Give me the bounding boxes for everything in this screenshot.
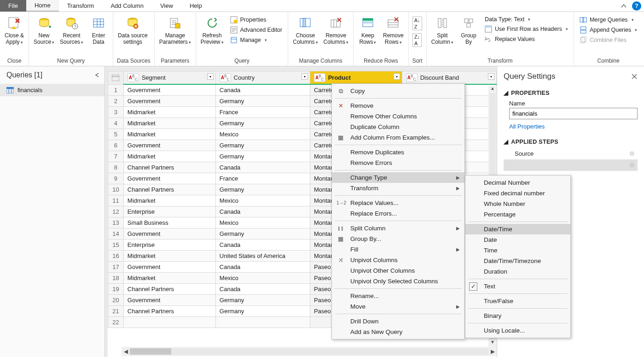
type-whole-number[interactable]: Whole Number xyxy=(465,199,570,209)
cell-country[interactable]: Germany xyxy=(215,140,310,151)
data-type-button[interactable]: Data Type: Text▾ xyxy=(483,16,570,23)
gear-icon[interactable]: ⚙ xyxy=(629,162,635,169)
ctx-rename[interactable]: Rename... xyxy=(332,291,464,301)
ctx-copy[interactable]: ⧉Copy xyxy=(332,86,464,96)
type-binary[interactable]: Binary xyxy=(465,310,570,321)
replace-values-button[interactable]: 12Replace Values xyxy=(483,35,570,43)
cell-segment[interactable]: Enterprise xyxy=(123,206,215,217)
filter-dropdown-icon[interactable]: ▾ xyxy=(207,73,214,80)
ctx-drill-down[interactable]: Drill Down xyxy=(332,316,464,327)
tab-add-column[interactable]: Add Column xyxy=(102,0,152,12)
cell-country[interactable]: Germany xyxy=(215,295,310,306)
ctx-transform[interactable]: Transform▶ xyxy=(332,183,464,193)
column-header-country[interactable]: ABCCountry▾ xyxy=(215,71,310,85)
ctx-duplicate[interactable]: Duplicate Column xyxy=(332,122,464,132)
append-queries-button[interactable]: Append Queries▾ xyxy=(578,26,639,34)
type-using-locale[interactable]: Using Locale... xyxy=(465,325,570,336)
gear-icon[interactable]: ⚙ xyxy=(629,150,635,157)
cell-country[interactable]: Germany xyxy=(215,151,310,162)
type-date[interactable]: Date xyxy=(465,234,570,245)
cell-country[interactable]: Canada xyxy=(215,240,310,251)
ctx-add-from-examples[interactable]: ▦Add Column From Examples... xyxy=(332,132,464,143)
cell-country[interactable]: Mexico xyxy=(215,129,310,140)
cell-country[interactable]: Germany xyxy=(215,184,310,195)
split-column-button[interactable]: Split Column▾ xyxy=(430,14,454,46)
collapse-icon[interactable]: ◢ xyxy=(504,89,508,96)
ctx-remove[interactable]: ✕Remove xyxy=(332,100,464,111)
ctx-fill[interactable]: Fill▶ xyxy=(332,244,464,255)
column-header-segment[interactable]: ABCSegment▾ xyxy=(123,71,215,85)
query-item-financials[interactable]: financials xyxy=(0,84,104,96)
ctx-split-column[interactable]: ⫿⫿Split Column▶ xyxy=(332,223,464,234)
cell-segment[interactable]: Small Business xyxy=(123,217,215,228)
cell-segment[interactable]: Government xyxy=(123,96,215,107)
cell-segment[interactable]: Midmarket xyxy=(123,195,215,206)
type-fixed-decimal[interactable]: Fixed decimal number xyxy=(465,188,570,199)
ctx-remove-other[interactable]: Remove Other Columns xyxy=(332,111,464,122)
advanced-editor-button[interactable]: Advanced Editor xyxy=(228,26,284,34)
applied-step-selected[interactable]: ⚙ xyxy=(504,159,638,171)
filter-dropdown-icon[interactable]: ▾ xyxy=(488,73,494,80)
choose-columns-button[interactable]: Choose Columns▾ xyxy=(292,14,319,46)
cell-country[interactable]: Canada xyxy=(215,284,310,295)
ctx-change-type[interactable]: Change Type▶ xyxy=(332,172,464,183)
cell-country[interactable]: Germany xyxy=(215,96,310,107)
collapse-ribbon-button[interactable] xyxy=(618,0,629,12)
merge-queries-button[interactable]: Merge Queries▾ xyxy=(578,16,639,24)
tab-help[interactable]: Help xyxy=(181,0,210,12)
queries-collapse-button[interactable] xyxy=(94,72,100,78)
cell-segment[interactable]: Government xyxy=(123,84,215,96)
tab-transform[interactable]: Transform xyxy=(59,0,103,12)
cell-country[interactable]: Canada xyxy=(215,262,310,273)
cell-country[interactable]: Canada xyxy=(215,84,310,96)
sort-asc-button[interactable]: A↓Z xyxy=(412,17,422,30)
cell-country[interactable]: Germany xyxy=(215,118,310,129)
type-text[interactable]: ✓Text xyxy=(465,281,570,292)
cell-segment[interactable]: Channel Partners xyxy=(123,162,215,173)
group-by-button[interactable]: Group By xyxy=(458,14,479,45)
close-apply-button[interactable]: Close & Apply▾ xyxy=(4,14,25,46)
keep-rows-button[interactable]: Keep Rows▾ xyxy=(357,14,378,46)
cell-segment[interactable]: Government xyxy=(123,295,215,306)
ctx-replace-errors[interactable]: Replace Errors... xyxy=(332,208,464,219)
manage-parameters-button[interactable]: Manage Parameters▾ xyxy=(158,14,192,46)
cell-segment[interactable]: Midmarket xyxy=(123,118,215,129)
cell-segment[interactable]: Midmarket xyxy=(123,151,215,162)
cell-segment[interactable]: Government xyxy=(123,140,215,151)
properties-button[interactable]: Properties xyxy=(228,16,284,24)
all-properties-link[interactable]: All Properties xyxy=(509,119,638,132)
type-true-false[interactable]: True/False xyxy=(465,296,570,306)
cell-segment[interactable]: Midmarket xyxy=(123,251,215,262)
type-decimal[interactable]: Decimal Number xyxy=(465,177,570,188)
row-number-header[interactable] xyxy=(108,71,124,85)
cell-country[interactable]: Germany xyxy=(215,306,310,317)
data-source-settings-button[interactable]: Data source settings xyxy=(117,14,149,45)
cell-country[interactable]: Mexico xyxy=(215,217,310,228)
collapse-icon[interactable]: ◢ xyxy=(504,138,508,145)
remove-columns-button[interactable]: Remove Columns▾ xyxy=(323,14,349,46)
manage-query-button[interactable]: Manage▾ xyxy=(228,36,284,44)
type-percentage[interactable]: Percentage xyxy=(465,209,570,220)
cell-segment[interactable]: Government xyxy=(123,228,215,240)
type-time[interactable]: Time xyxy=(465,245,570,256)
cell-segment[interactable]: Channel Partners xyxy=(123,184,215,195)
combine-files-button[interactable]: Combine Files xyxy=(578,36,639,44)
ctx-remove-duplicates[interactable]: Remove Duplicates xyxy=(332,147,464,158)
cell-country[interactable]: Mexico xyxy=(215,273,310,284)
cell-segment[interactable] xyxy=(123,317,215,328)
ctx-replace-values[interactable]: 1→2Replace Values... xyxy=(332,198,464,208)
ctx-unpivot[interactable]: ⤭Unpivot Columns xyxy=(332,255,464,265)
cell-country[interactable]: United States of America xyxy=(215,251,310,262)
type-datetime[interactable]: Date/Time xyxy=(465,224,570,234)
tab-home[interactable]: Home xyxy=(26,0,59,12)
help-button[interactable]: ? xyxy=(632,1,641,11)
ctx-move[interactable]: Move▶ xyxy=(332,301,464,312)
recent-sources-button[interactable]: Recent Sources▾ xyxy=(59,14,84,46)
cell-segment[interactable]: Midmarket xyxy=(123,107,215,118)
close-settings-button[interactable] xyxy=(631,73,638,80)
horizontal-scrollbar[interactable]: ◀▶ xyxy=(122,347,497,356)
cell-segment[interactable]: Channel Partners xyxy=(123,306,215,317)
first-row-headers-button[interactable]: Use First Row as Headers▾ xyxy=(483,25,570,33)
ctx-group-by[interactable]: ▦Group By... xyxy=(332,234,464,244)
query-name-input[interactable] xyxy=(509,108,638,119)
